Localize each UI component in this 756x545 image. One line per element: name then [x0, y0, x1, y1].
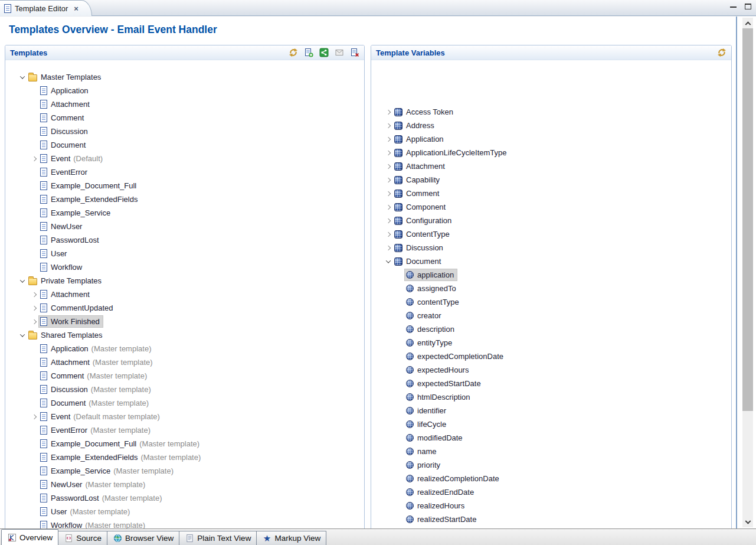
tree-row[interactable]: Example_Document_Full (Master template) — [5, 437, 364, 451]
maximize-icon[interactable] — [745, 4, 751, 9]
scroll-down-button[interactable] — [742, 518, 753, 527]
chevron-right-icon[interactable] — [383, 227, 393, 241]
add-template-button[interactable] — [303, 47, 314, 58]
tree-row[interactable]: realizedCompletionDate — [371, 472, 731, 485]
tree-row[interactable]: Attachment — [5, 288, 364, 301]
scroll-up-button[interactable] — [742, 18, 753, 27]
close-icon[interactable]: × — [74, 4, 78, 13]
chevron-right-icon[interactable] — [29, 152, 39, 165]
tab-plain-text-view[interactable]: Plain Text View — [179, 531, 257, 545]
tree-row[interactable]: lifeCycle — [371, 417, 731, 431]
chevron-down-icon[interactable] — [383, 254, 393, 268]
tree-row[interactable]: NewUser (Master template) — [5, 478, 364, 491]
mail-button[interactable] — [334, 47, 345, 58]
tree-row[interactable]: Example_Service (Master template) — [5, 464, 364, 478]
refresh-button[interactable] — [288, 47, 299, 58]
chevron-down-icon[interactable] — [17, 70, 27, 84]
tree-row[interactable]: entityType — [371, 336, 731, 350]
tree-row[interactable]: name — [371, 445, 731, 458]
tree-row[interactable]: NewUser — [5, 220, 364, 233]
tree-row[interactable]: Discussion — [5, 125, 364, 138]
tree-row[interactable]: Shared Templates — [5, 328, 364, 342]
tree-row[interactable]: Document — [5, 138, 364, 152]
tree-row[interactable]: EventError (Master template) — [5, 423, 364, 437]
tree-row[interactable]: Capability — [371, 173, 731, 187]
tree-row[interactable]: Event (Default) — [5, 152, 364, 165]
chevron-down-icon[interactable] — [17, 274, 27, 288]
tree-row[interactable]: Work Finished — [5, 315, 364, 328]
tree-row[interactable]: Configuration — [371, 214, 731, 227]
tree-row[interactable]: modifiedDate — [371, 431, 731, 445]
tab-template-editor[interactable]: Template Editor × — [0, 0, 92, 16]
tree-row[interactable]: Access Token — [371, 105, 731, 119]
tree-row[interactable]: Workflow — [5, 260, 364, 274]
tree-row[interactable]: identifier — [371, 404, 731, 417]
tree-row[interactable]: Application — [5, 84, 364, 97]
tree-row[interactable]: Example_ExtendedFields (Master template) — [5, 451, 364, 464]
tree-row[interactable]: Discussion (Master template) — [5, 383, 364, 396]
tree-row[interactable]: Example_Document_Full — [5, 179, 364, 192]
chevron-right-icon[interactable] — [383, 159, 393, 173]
tree-row[interactable]: ContentType — [371, 227, 731, 241]
tree-row[interactable]: contentType — [371, 295, 731, 309]
vertical-scrollbar[interactable] — [742, 18, 753, 527]
tab-markup-view[interactable]: ★ Markup View — [256, 531, 326, 545]
tree-row[interactable]: EventError — [5, 165, 364, 179]
tree-row[interactable]: Event (Default master template) — [5, 410, 364, 423]
tree-row[interactable]: Attachment — [371, 159, 731, 173]
tree-row[interactable]: creator — [371, 309, 731, 322]
tree-row[interactable]: Document (Master template) — [5, 396, 364, 410]
tree-row[interactable]: CommentUpdated — [5, 301, 364, 315]
tree-row[interactable]: realizedEndDate — [371, 485, 731, 499]
tree-row[interactable]: Component — [371, 200, 731, 214]
chevron-right-icon[interactable] — [29, 288, 39, 301]
tab-browser-view[interactable]: Browser View — [107, 531, 179, 545]
chevron-right-icon[interactable] — [383, 146, 393, 159]
tree-row[interactable]: Attachment (Master template) — [5, 355, 364, 369]
tree-row[interactable]: Comment (Master template) — [5, 369, 364, 383]
tree-row[interactable]: Example_Service — [5, 206, 364, 220]
chevron-right-icon[interactable] — [383, 187, 393, 200]
tree-row[interactable]: realizedStartDate — [371, 513, 731, 526]
chevron-right-icon[interactable] — [383, 105, 393, 119]
tree-row[interactable]: User — [5, 247, 364, 260]
chevron-right-icon[interactable] — [383, 173, 393, 187]
scrollbar-thumb[interactable] — [742, 28, 753, 411]
tree-row[interactable]: assignedTo — [371, 282, 731, 295]
tree-row[interactable]: expectedCompletionDate — [371, 350, 731, 363]
chevron-right-icon[interactable] — [29, 315, 39, 328]
tree-row[interactable]: realizedHours — [371, 499, 731, 513]
tab-source[interactable]: Source — [58, 531, 107, 545]
tree-row[interactable]: PasswordLost — [5, 233, 364, 247]
tree-row[interactable]: Application (Master template) — [5, 342, 364, 355]
chevron-right-icon[interactable] — [383, 132, 393, 146]
tree-row[interactable]: PasswordLost (Master template) — [5, 491, 364, 505]
refresh-button[interactable] — [716, 47, 727, 58]
tree-row[interactable]: Workflow (Master template) — [5, 518, 364, 528]
chevron-right-icon[interactable] — [383, 200, 393, 214]
chevron-right-icon[interactable] — [383, 214, 393, 227]
tree-row[interactable]: Comment — [5, 111, 364, 125]
chevron-right-icon[interactable] — [383, 119, 393, 132]
tree-row[interactable]: Comment — [371, 187, 731, 200]
tree-row[interactable]: Example_ExtendedFields — [5, 192, 364, 206]
tree-row[interactable]: User (Master template) — [5, 505, 364, 518]
tree-row[interactable]: Discussion — [371, 241, 731, 254]
tree-row[interactable]: description — [371, 322, 731, 336]
tree-row[interactable]: expectedStartDate — [371, 377, 731, 390]
share-button[interactable] — [319, 47, 329, 58]
minimize-icon[interactable] — [730, 5, 737, 8]
tree-row[interactable]: priority — [371, 458, 731, 472]
tree-row[interactable]: ApplicationLifeCycleItemType — [371, 146, 731, 159]
tree-row[interactable]: Private Templates — [5, 274, 364, 288]
tree-row[interactable]: Application — [371, 132, 731, 146]
tree-row[interactable]: Attachment — [5, 97, 364, 111]
chevron-right-icon[interactable] — [29, 410, 39, 423]
tree-row[interactable]: Document — [371, 254, 731, 268]
tree-row[interactable]: expectedHours — [371, 363, 731, 377]
tree-row[interactable]: Master Templates — [5, 70, 364, 84]
chevron-right-icon[interactable] — [29, 301, 39, 315]
delete-template-button[interactable] — [349, 47, 360, 58]
tree-row[interactable]: Address — [371, 119, 731, 132]
chevron-down-icon[interactable] — [17, 328, 27, 342]
